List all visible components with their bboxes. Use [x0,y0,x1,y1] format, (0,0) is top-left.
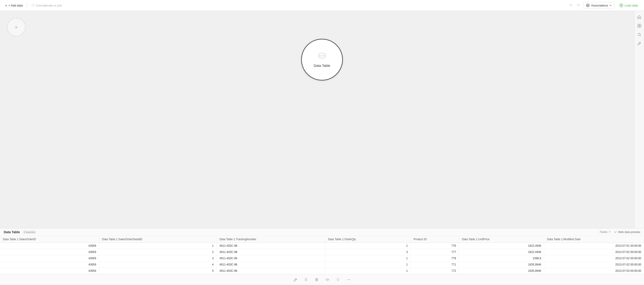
add-icon: + [5,4,7,8]
data-table: Data Table 1.SalesOrderIDData Table 1.Sa… [0,236,644,274]
column-header: Data Table 1.SalesOrderDetailID [99,236,216,243]
data-table-node-label: Data Table [314,64,330,68]
table-cell: 1835,9946 [459,262,544,268]
more-action-icon[interactable] [345,276,352,283]
toolbar-left: + + Add data Concatenate or join [3,2,64,8]
undo-button[interactable] [568,2,574,8]
pencil-icon[interactable] [636,40,643,47]
chevron-down-icon-2 [614,231,617,234]
table-cell: 1 [325,268,411,274]
hide-preview-button[interactable]: Hide data preview [614,230,640,234]
table-cell: 43659 [0,249,99,255]
column-header: Product ID [411,236,459,243]
svg-rect-9 [640,24,641,26]
refresh-action-icon[interactable] [302,276,310,283]
split-action-icon[interactable] [324,276,331,283]
table-cell: 1098,9 [459,255,544,262]
load-data-label: Load data [624,4,638,7]
table-cell: 43659 [0,268,99,274]
associations-button[interactable]: Associations [584,2,614,8]
svg-point-19 [347,280,348,280]
table-row: 4365924911-403C-9837771822,49462013-07-0… [0,249,644,255]
table-cell: 3 [325,249,411,255]
undo-redo-group [568,2,582,8]
svg-line-13 [640,35,641,36]
right-sidebar [634,11,644,228]
toolbar-separator [27,2,27,8]
table-cell: 1 [325,255,411,262]
table-row: 4365934911-403C-9817781098,92013-07-02 0… [0,255,644,262]
preview-title-group: Data Table 2 sources [4,230,36,234]
table-cell: 2013-07-02 00:00:00 [544,249,644,255]
add-data-label: + Add data [8,4,23,7]
table-cell: 3 [99,255,216,262]
table-cell: 2013-07-02 00:00:00 [544,262,644,268]
table-cell: 4911-403C-98 [216,262,325,268]
table-cell: 43659 [0,243,99,249]
table-cell: 1 [99,243,216,249]
delete-action-icon[interactable] [313,276,320,283]
add-data-button[interactable]: + + Add data [3,2,25,8]
column-header: Data Table 1.TrackingNumber [216,236,325,243]
table-cell: 2013-07-03 00:00:00 [544,268,644,274]
table-cell: 778 [411,255,459,262]
table-cell: 772 [411,268,459,274]
column-header: Data Table 1.OrderQty [325,236,411,243]
svg-point-20 [348,280,349,280]
canvas-area: + Data Table [0,11,644,228]
table-cell: 5 [99,268,216,274]
data-table-node[interactable]: Data Table [301,39,343,80]
table-cell: 4911-403C-98 [216,268,325,274]
link-action-icon[interactable] [334,276,342,283]
table-row: 4365914911-403C-9817761822,49462013-07-0… [0,243,644,249]
table-cell: 4911-403C-98 [216,255,325,262]
concat-join-button[interactable]: Concatenate or join [29,2,64,8]
table-row: 4365944911-403C-9817711835,99462013-07-0… [0,262,644,268]
chevron-down-icon [610,4,612,6]
table-cell: 776 [411,243,459,249]
home-icon[interactable] [636,13,643,21]
svg-point-21 [350,280,350,280]
table-cell: 4911-403C-98 [216,249,325,255]
table-cell: 43659 [0,262,99,268]
svg-rect-1 [33,4,34,6]
hide-preview-label: Hide data preview [618,230,640,234]
data-preview-panel: Data Table 2 sources Fields: 7 Hide data… [0,228,644,285]
preview-header: Data Table 2 sources Fields: 7 Hide data… [0,228,644,236]
svg-point-7 [319,53,325,56]
column-header: Data Table 1.SalesOrderID [0,236,99,243]
table-cell: 2 [99,249,216,255]
add-data-circle[interactable]: + [7,18,26,36]
edit-action-icon[interactable] [292,276,299,283]
table-row: 4365954911-403C-9817721835,99462013-07-0… [0,268,644,274]
database-icon [318,52,326,62]
table-cell: 1822,4946 [459,249,544,255]
svg-line-14 [639,43,640,44]
grid-icon[interactable] [636,22,643,30]
svg-rect-10 [638,26,639,28]
associations-label: Associations [591,4,608,7]
svg-line-15 [295,279,296,280]
search-icon[interactable] [636,31,643,38]
table-cell: 771 [411,262,459,268]
data-table-wrapper: Data Table 1.SalesOrderIDData Table 1.Sa… [0,236,644,274]
concat-icon [31,4,34,8]
plus-icon: + [14,24,18,30]
table-cell: 43659 [0,255,99,262]
action-bar [0,274,644,285]
preview-title: Data Table [4,230,20,234]
redo-button[interactable] [575,2,582,8]
table-cell: 1822,4946 [459,243,544,249]
sources-badge: 2 sources [22,230,37,234]
svg-rect-8 [638,24,639,26]
table-cell: 777 [411,249,459,255]
load-data-button[interactable]: Load data [616,2,641,8]
table-header: Data Table 1.SalesOrderIDData Table 1.Sa… [0,236,644,243]
header-row: Data Table 1.SalesOrderIDData Table 1.Sa… [0,236,644,243]
toolbar: + + Add data Concatenate or join [0,0,644,11]
table-cell: 1 [325,243,411,249]
table-cell: 2013-07-02 00:00:00 [544,255,644,262]
load-data-icon [620,4,623,7]
table-cell: 4 [99,262,216,268]
table-cell: 4911-403C-98 [216,243,325,249]
